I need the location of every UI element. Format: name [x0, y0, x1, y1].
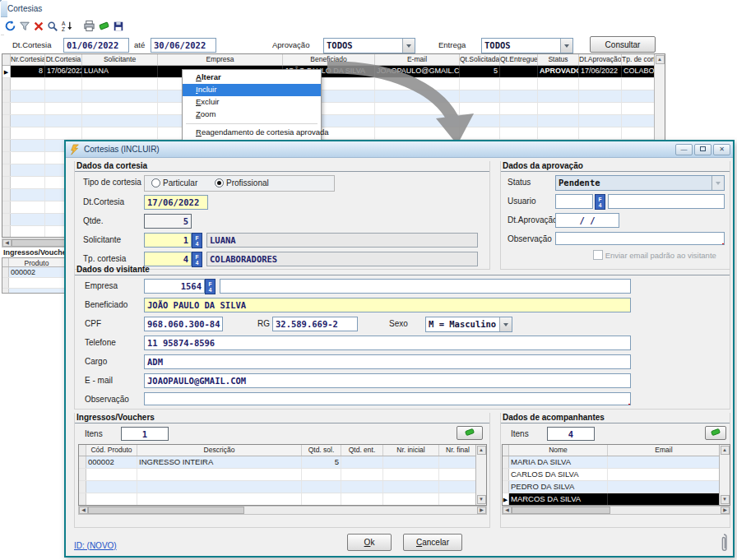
grid-cell[interactable] — [86, 493, 137, 505]
delete-icon[interactable] — [33, 19, 44, 34]
grid-cell[interactable] — [86, 481, 137, 493]
column-header[interactable]: Nr. final — [439, 445, 475, 456]
f4-lookup-button[interactable]: F4 — [192, 233, 202, 248]
grid-cell[interactable] — [538, 90, 579, 102]
grid-cell[interactable] — [45, 103, 82, 114]
row-selector[interactable] — [2, 103, 11, 114]
row-selector[interactable] — [2, 177, 11, 188]
telefone-field[interactable]: 11 95874-8596 — [144, 336, 631, 350]
grid-cell[interactable] — [11, 103, 45, 114]
grid-cell[interactable] — [500, 103, 538, 114]
grid-cell[interactable] — [82, 78, 158, 90]
id-novo-link[interactable]: ID: (NOVO) — [74, 541, 117, 550]
column-header[interactable]: Produto — [9, 258, 65, 266]
grid-cell[interactable] — [500, 115, 538, 127]
row-selector[interactable] — [79, 493, 86, 505]
observacao-aprovacao-field[interactable] — [555, 232, 725, 245]
grid-cell[interactable] — [45, 115, 82, 127]
grid-cell[interactable] — [500, 127, 538, 139]
save-icon[interactable] — [113, 19, 124, 34]
grid-cell[interactable] — [11, 152, 45, 164]
grid-cell[interactable] — [579, 103, 622, 114]
grid-cell[interactable] — [45, 127, 82, 139]
grid-cell[interactable] — [538, 127, 579, 139]
grid-cell[interactable] — [11, 201, 45, 213]
grid-cell[interactable] — [11, 90, 45, 102]
column-header[interactable]: Empresa — [158, 54, 283, 65]
grid-cell[interactable] — [11, 214, 45, 225]
grid-cell[interactable] — [11, 127, 45, 139]
grid-cell[interactable] — [302, 469, 341, 480]
grid-cell[interactable] — [622, 78, 654, 90]
row-selector[interactable] — [2, 78, 11, 90]
grid-cell[interactable] — [608, 456, 719, 468]
rg-field[interactable]: 32.589.669-2 — [272, 317, 358, 331]
f4-lookup-button[interactable]: F4 — [205, 279, 216, 294]
grid-cell[interactable]: APROVADO — [538, 66, 579, 77]
usuario-code-field[interactable] — [555, 194, 593, 209]
grid-cell[interactable] — [608, 469, 719, 480]
beneficiado-field[interactable]: JOÃO PAULO DA SILVA — [144, 298, 631, 312]
grid-cell[interactable]: LUANA — [82, 66, 158, 77]
row-selector[interactable] — [503, 469, 509, 480]
status-dropdown[interactable]: Pendente — [555, 175, 725, 191]
f4-lookup-button[interactable]: F4 — [595, 194, 605, 210]
search-icon[interactable] — [47, 19, 58, 34]
grid-cell[interactable] — [439, 469, 475, 480]
column-header[interactable]: Email — [608, 445, 719, 456]
grid-cell[interactable]: COLABORADORES — [622, 66, 654, 77]
sexo-dropdown[interactable]: M = Masculino — [425, 317, 512, 332]
cancel-button[interactable]: Cancelar — [403, 534, 462, 551]
email-checkbox[interactable]: Enviar email padrão ao visitante — [593, 250, 716, 260]
row-selector[interactable] — [503, 456, 509, 468]
grid-cell[interactable] — [538, 103, 579, 114]
clear-items-button[interactable] — [457, 426, 483, 440]
radio-particular[interactable]: Particular — [151, 178, 197, 187]
grid-cell[interactable] — [439, 493, 475, 505]
grid-cell[interactable] — [9, 289, 65, 293]
grid-cell[interactable] — [302, 481, 341, 493]
date-to-field[interactable]: 30/06/2022 — [151, 38, 216, 53]
grid-cell[interactable] — [608, 493, 719, 505]
grid-cell[interactable] — [82, 103, 158, 114]
column-header[interactable]: Dt.Aprovação — [579, 54, 622, 65]
companions-hscroll[interactable]: ◀ ▶ — [502, 506, 730, 515]
column-header[interactable]: Nr. inicial — [383, 445, 439, 456]
row-selector[interactable] — [79, 481, 86, 493]
minimize-button[interactable]: — — [675, 144, 693, 155]
column-header[interactable]: Status — [538, 54, 579, 65]
grid-cell[interactable] — [82, 127, 158, 139]
grid-cell[interactable] — [9, 278, 65, 288]
main-titlebar[interactable]: Cortesias — [1, 1, 7, 17]
grid-cell[interactable] — [608, 481, 719, 493]
row-selector[interactable] — [2, 214, 11, 225]
vouchers-grid-row[interactable] — [79, 493, 475, 505]
column-header[interactable]: Qt.Entregue — [500, 54, 538, 65]
grid-cell[interactable]: 17/06/2022 — [45, 66, 82, 77]
row-selector[interactable]: ▶ — [503, 493, 509, 505]
grid-cell[interactable]: CARLOS DA SILVA — [509, 469, 608, 480]
vouchers-grid-row[interactable] — [79, 469, 475, 481]
column-header[interactable]: Nome — [509, 445, 608, 456]
column-header[interactable]: Cód. Produto — [86, 445, 137, 456]
grid-cell[interactable] — [500, 66, 538, 77]
grid-cell[interactable] — [383, 481, 439, 493]
row-selector[interactable] — [503, 481, 509, 493]
companions-grid-row[interactable]: CARLOS DA SILVA — [503, 469, 719, 481]
solicitante-code-field[interactable]: 1 — [144, 233, 192, 248]
companions-grid-row[interactable]: MARIA DA SILVA — [503, 456, 719, 469]
empresa-name-field[interactable] — [220, 279, 631, 294]
chevron-down-icon[interactable] — [560, 39, 572, 53]
grid-cell[interactable]: 000002 — [86, 456, 137, 468]
companions-grid-row[interactable]: PEDRO DA SILVA — [503, 481, 719, 493]
checkbox-box[interactable] — [593, 250, 603, 260]
companions-grid-row[interactable]: ▶MARCOS DA SILVA — [503, 493, 719, 505]
column-header[interactable]: Descrição — [137, 445, 302, 456]
grid-cell[interactable] — [439, 481, 475, 493]
ok-button[interactable]: Ok — [347, 534, 392, 551]
grid-cell[interactable] — [579, 90, 622, 102]
grid-cell[interactable] — [341, 481, 383, 493]
row-selector[interactable] — [2, 278, 9, 288]
grid-cell[interactable] — [82, 115, 158, 127]
qtde-field[interactable]: 5 — [144, 214, 192, 229]
